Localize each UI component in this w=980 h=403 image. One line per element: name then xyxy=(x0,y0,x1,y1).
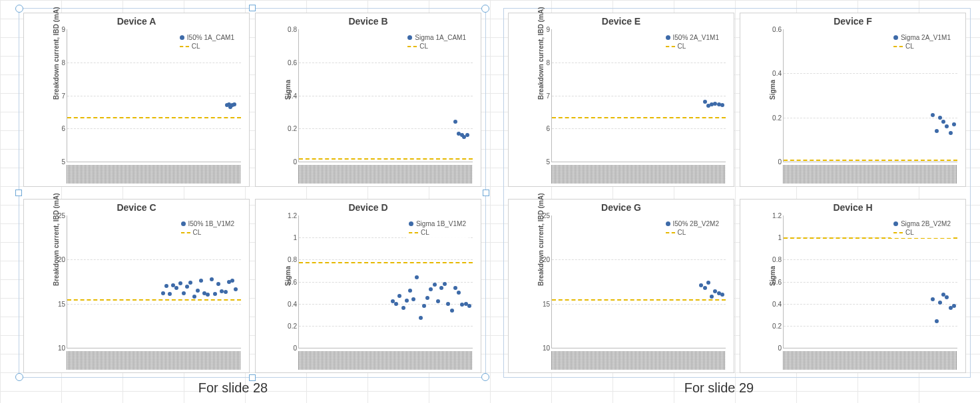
chart-device-g[interactable]: Device GBreakdown current, IBD (mA)10152… xyxy=(508,199,734,373)
y-tick: 25 xyxy=(543,212,550,219)
legend: I50% 2A_V1M1CL xyxy=(663,32,722,52)
y-tick: 10 xyxy=(543,344,550,352)
legend: Sigma 2B_V2M2CL xyxy=(891,218,953,238)
data-point xyxy=(453,286,457,290)
data-point xyxy=(450,309,454,313)
data-point xyxy=(405,299,409,303)
data-point xyxy=(952,122,956,126)
chart-group-slide28[interactable]: Device ABreakdown current, IBD (mA)56789… xyxy=(19,8,486,378)
data-point xyxy=(224,290,228,294)
control-limit-line xyxy=(552,117,726,118)
legend-cl-label: CL xyxy=(421,228,429,237)
y-tick: 0.2 xyxy=(288,125,297,132)
data-point xyxy=(206,293,210,297)
data-point xyxy=(935,129,939,133)
y-tick: 0.6 xyxy=(772,26,782,33)
plot-area: 56789I50% 1A_CAM1CL xyxy=(67,29,241,162)
data-point xyxy=(422,304,426,308)
legend: I50% 2B_V2M2CL xyxy=(663,218,722,238)
plot-area: 00.20.40.60.811.2Sigma 1B_V1M2CL xyxy=(298,215,473,348)
legend: Sigma 1A_CAM1CL xyxy=(405,32,469,52)
y-tick: 0.8 xyxy=(288,26,297,33)
chart-device-b[interactable]: Device BSigma00.20.40.60.8Sigma 1A_CAM1C… xyxy=(255,13,481,187)
data-point xyxy=(234,287,238,291)
chart-device-f[interactable]: Device FSigma00.20.40.6Sigma 2A_V1M1CL xyxy=(740,13,966,187)
legend-series-label: I50% 2A_V1M1 xyxy=(673,33,720,42)
data-point xyxy=(174,286,178,290)
x-axis-categories xyxy=(535,351,728,370)
y-tick: 6 xyxy=(546,125,550,132)
y-tick: 0.8 xyxy=(772,256,782,263)
data-point xyxy=(433,283,437,287)
legend: I50% 1B_V1M2CL xyxy=(178,218,238,238)
legend-cl-label: CL xyxy=(678,42,686,51)
data-point xyxy=(168,292,172,296)
data-point xyxy=(941,120,945,124)
legend-cl-label: CL xyxy=(678,228,686,237)
plot-area: 56789I50% 2A_V1M1CL xyxy=(551,29,726,162)
legend-series-label: Sigma 2A_V1M1 xyxy=(901,33,951,42)
data-point xyxy=(938,116,942,120)
data-point xyxy=(703,286,707,290)
plot-area: 10152025I50% 1B_V1M2CL xyxy=(67,215,241,348)
chart-device-e[interactable]: Device EBreakdown current, IBD (mA)56789… xyxy=(508,13,734,187)
data-point xyxy=(192,295,196,299)
y-tick: 15 xyxy=(543,300,550,307)
plot-area: 10152025I50% 2B_V2M2CL xyxy=(551,215,726,348)
data-point xyxy=(453,120,457,124)
y-tick: 0 xyxy=(778,344,782,352)
y-tick: 25 xyxy=(58,212,65,219)
y-tick: 10 xyxy=(58,344,65,352)
data-point xyxy=(931,113,935,117)
x-axis-categories xyxy=(282,351,475,370)
data-point xyxy=(401,306,405,310)
caption-slide29: For slide 29 xyxy=(652,380,786,396)
data-point xyxy=(465,133,469,137)
data-point xyxy=(952,304,956,308)
chart-device-h[interactable]: Device HSigma00.20.40.60.811.2Sigma 2B_V… xyxy=(740,199,966,373)
data-point xyxy=(199,279,203,283)
y-tick: 20 xyxy=(543,256,550,263)
data-point xyxy=(710,295,714,299)
y-tick: 0.4 xyxy=(288,300,297,307)
data-point xyxy=(706,281,710,285)
y-tick: 0.6 xyxy=(288,59,297,66)
x-axis-categories xyxy=(51,165,244,184)
control-limit-line xyxy=(67,299,241,301)
x-axis-categories xyxy=(51,351,244,370)
data-point xyxy=(161,291,165,295)
plot-area: 00.20.40.60.811.2Sigma 2B_V2M2CL xyxy=(783,215,957,348)
legend: Sigma 1B_V1M2CL xyxy=(406,218,469,238)
control-limit-line xyxy=(552,299,726,301)
chart-device-d[interactable]: Device DSigma00.20.40.60.811.2Sigma 1B_V… xyxy=(255,199,481,373)
y-tick: 15 xyxy=(58,300,65,307)
data-point xyxy=(408,289,412,293)
chart-group-slide29[interactable]: Device EBreakdown current, IBD (mA)56789… xyxy=(503,8,971,378)
data-point xyxy=(196,289,200,293)
legend-cl-label: CL xyxy=(905,42,914,51)
data-point xyxy=(949,131,953,135)
y-axis-label: Breakdown current, IBD (mA) xyxy=(53,92,60,100)
legend-series-label: Sigma 2B_V2M2 xyxy=(901,219,951,228)
data-point xyxy=(188,281,192,285)
data-point xyxy=(935,319,939,323)
y-axis-label: Breakdown current, IBD (mA) xyxy=(53,278,60,286)
data-point xyxy=(439,286,443,290)
data-point xyxy=(415,275,419,279)
y-tick: 9 xyxy=(61,26,65,33)
data-point xyxy=(411,297,415,301)
data-point xyxy=(720,293,724,297)
y-tick: 7 xyxy=(61,92,65,99)
data-point xyxy=(425,296,429,300)
data-point xyxy=(446,302,450,306)
legend-series-label: Sigma 1A_CAM1 xyxy=(415,33,466,42)
control-limit-line xyxy=(67,117,241,118)
y-tick: 9 xyxy=(546,26,550,33)
chart-device-c[interactable]: Device CBreakdown current, IBD (mA)10152… xyxy=(23,199,250,373)
y-tick: 1 xyxy=(293,234,297,241)
chart-device-a[interactable]: Device ABreakdown current, IBD (mA)56789… xyxy=(23,13,250,187)
legend-series-label: I50% 2B_V2M2 xyxy=(673,219,720,228)
legend-series-label: I50% 1B_V1M2 xyxy=(188,219,235,228)
y-tick: 0.4 xyxy=(772,300,782,307)
y-tick: 0 xyxy=(293,158,297,166)
